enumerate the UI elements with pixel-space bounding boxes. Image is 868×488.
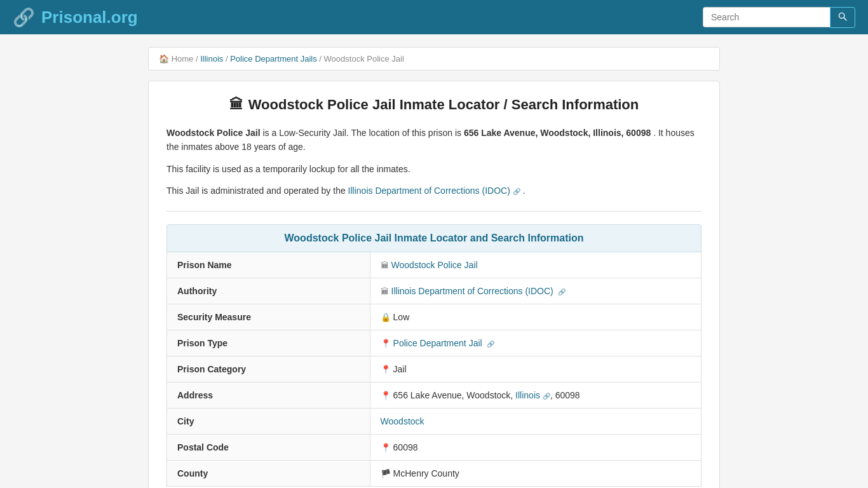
cell-link-3[interactable]: Police Department Jail xyxy=(393,338,482,348)
search-input[interactable] xyxy=(703,7,830,27)
svg-point-0 xyxy=(839,13,844,18)
table-row: Address📍656 Lake Avenue, Woodstock, Illi… xyxy=(167,382,702,408)
table-row: Prison Name🏛Woodstock Police Jail xyxy=(167,252,702,278)
ext-icon-desc: 🔗 xyxy=(513,188,520,195)
page-title: 🏛 Woodstock Police Jail Inmate Locator /… xyxy=(166,97,702,113)
logo-link[interactable]: 🔗 Prisonal.org xyxy=(13,7,138,28)
site-header: 🔗 Prisonal.org xyxy=(0,0,868,34)
breadcrumb-category[interactable]: Police Department Jails xyxy=(230,54,317,64)
table-value-5: 📍656 Lake Avenue, Woodstock, Illinois 🔗,… xyxy=(370,382,701,408)
cell-link-6[interactable]: Woodstock xyxy=(381,416,424,426)
table-label-6: City xyxy=(167,408,370,434)
table-row: Prison Category📍Jail xyxy=(167,356,702,382)
table-row: Security Measure🔒Low xyxy=(167,304,702,330)
table-label-4: Prison Category xyxy=(167,356,370,382)
cell-icon-3: 📍 xyxy=(381,339,391,348)
description-1: Woodstock Police Jail is a Low-Security … xyxy=(166,126,702,154)
breadcrumb: 🏠 Home / Illinois / Police Department Ja… xyxy=(148,47,720,71)
cell-link-1[interactable]: Illinois Department of Corrections (IDOC… xyxy=(391,286,553,296)
cell-text-4: Jail xyxy=(393,364,407,374)
description-2: This facility is used as a temporarily l… xyxy=(166,162,702,176)
info-table: Prison Name🏛Woodstock Police JailAuthori… xyxy=(166,252,702,487)
logo-text: Prisonal.org xyxy=(41,8,138,27)
idoc-link-desc[interactable]: Illinois Department of Corrections (IDOC… xyxy=(348,186,510,196)
search-area xyxy=(703,7,855,28)
cell-icon-4: 📍 xyxy=(381,365,391,374)
table-label-0: Prison Name xyxy=(167,252,370,278)
table-label-5: Address xyxy=(167,382,370,408)
breadcrumb-current: Woodstock Police Jail xyxy=(324,54,404,64)
table-row: Prison Type📍Police Department Jail 🔗 xyxy=(167,330,702,356)
cell-text-8: McHenry County xyxy=(393,468,459,478)
page-card: 🏛 Woodstock Police Jail Inmate Locator /… xyxy=(148,81,720,488)
table-label-3: Prison Type xyxy=(167,330,370,356)
search-button[interactable] xyxy=(830,7,855,28)
cell-icon-0: 🏛 xyxy=(381,261,389,270)
cell-icon-1: 🏛 xyxy=(381,287,389,296)
search-icon xyxy=(838,12,847,21)
content-wrapper: 🏠 Home / Illinois / Police Department Ja… xyxy=(142,47,726,488)
cell-text-7: 60098 xyxy=(393,442,418,452)
table-section-title: Woodstock Police Jail Inmate Locator and… xyxy=(166,224,702,252)
table-value-2: 🔒Low xyxy=(370,304,701,330)
table-label-7: Postal Code xyxy=(167,434,370,460)
breadcrumb-home[interactable]: 🏠 Home xyxy=(159,54,196,64)
table-label-1: Authority xyxy=(167,278,370,304)
ext-icon-1: 🔗 xyxy=(558,288,566,295)
table-row: Authority🏛Illinois Department of Correct… xyxy=(167,278,702,304)
table-label-2: Security Measure xyxy=(167,304,370,330)
table-value-8: 🏴McHenry County xyxy=(370,460,701,486)
table-value-3: 📍Police Department Jail 🔗 xyxy=(370,330,701,356)
ext-icon-3: 🔗 xyxy=(487,341,494,348)
table-value-4: 📍Jail xyxy=(370,356,701,382)
table-value-0: 🏛Woodstock Police Jail xyxy=(370,252,701,278)
table-row: County🏴McHenry County xyxy=(167,460,702,486)
cell-icon-7: 📍 xyxy=(381,443,391,452)
cell-text-2: Low xyxy=(393,312,410,322)
svg-line-1 xyxy=(844,18,846,20)
title-icon: 🏛 xyxy=(229,97,243,113)
state-link[interactable]: Illinois xyxy=(515,390,540,400)
home-icon: 🏠 xyxy=(159,54,169,64)
logo-icon: 🔗 xyxy=(13,7,35,28)
cell-icon-8: 🏴 xyxy=(381,469,391,478)
cell-link-0[interactable]: Woodstock Police Jail xyxy=(391,260,478,270)
table-value-7: 📍60098 xyxy=(370,434,701,460)
divider xyxy=(166,211,702,212)
cell-icon-5: 📍 xyxy=(381,391,391,400)
cell-icon-2: 🔒 xyxy=(381,313,391,322)
breadcrumb-state[interactable]: Illinois xyxy=(200,54,223,64)
table-value-6: Woodstock xyxy=(370,408,701,434)
table-label-8: County xyxy=(167,460,370,486)
table-row: Postal Code📍60098 xyxy=(167,434,702,460)
table-row: CityWoodstock xyxy=(167,408,702,434)
description-3: This Jail is administrated and operated … xyxy=(166,184,702,198)
table-value-1: 🏛Illinois Department of Corrections (IDO… xyxy=(370,278,701,304)
